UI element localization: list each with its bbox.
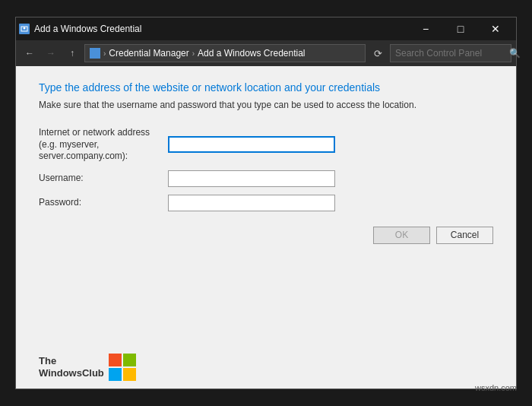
cancel-button[interactable]: Cancel [436, 227, 493, 244]
password-input[interactable] [168, 195, 335, 211]
logo-icon [109, 354, 136, 381]
username-row: Username: [39, 170, 493, 187]
main-window: Add a Windows Credential − □ ✕ ← → ↑ › C… [15, 17, 517, 389]
bottom-area: The WindowsClub [16, 328, 516, 389]
page-heading: Type the address of the website or netwo… [39, 81, 493, 94]
up-button[interactable]: ↑ [63, 44, 81, 62]
svg-rect-5 [109, 368, 122, 381]
minimize-button[interactable]: − [408, 17, 443, 40]
page-description: Make sure that the username and password… [39, 100, 493, 110]
forward-button: → [42, 44, 60, 62]
breadcrumb-bar: › Credential Manager › Add a Windows Cre… [84, 44, 366, 62]
svg-rect-3 [109, 354, 122, 366]
svg-rect-6 [123, 368, 136, 381]
title-controls: − □ ✕ [408, 17, 513, 40]
logo-text: The WindowsClub [39, 355, 104, 379]
logo-area: The WindowsClub [39, 354, 136, 381]
nav-bar: ← → ↑ › Credential Manager › Add a Windo… [16, 40, 516, 66]
maximize-button[interactable]: □ [443, 17, 478, 40]
form-area: Internet or network address(e.g. myserve… [39, 127, 493, 211]
svg-rect-4 [123, 354, 136, 366]
back-button[interactable]: ← [21, 44, 39, 62]
password-label: Password: [39, 197, 168, 209]
password-row: Password: [39, 195, 493, 211]
window-icon [19, 24, 30, 34]
ok-button: OK [373, 227, 430, 244]
watermark: wsxdn.com [475, 383, 517, 392]
title-bar-left: Add a Windows Credential [19, 24, 141, 34]
search-bar: 🔍 [390, 44, 511, 62]
username-label: Username: [39, 173, 168, 185]
address-row: Internet or network address(e.g. myserve… [39, 127, 493, 163]
breadcrumb-root[interactable]: Credential Manager [109, 48, 188, 59]
window-title: Add a Windows Credential [34, 24, 141, 34]
title-bar: Add a Windows Credential − □ ✕ [16, 17, 516, 40]
username-input[interactable] [168, 170, 335, 187]
svg-point-2 [24, 27, 26, 30]
breadcrumb-icon [90, 48, 100, 59]
search-icon: 🔍 [509, 48, 521, 59]
address-label: Internet or network address(e.g. myserve… [39, 127, 168, 163]
logo-text-line2: WindowsClub [39, 367, 104, 379]
logo-text-line1: The [39, 355, 104, 367]
breadcrumb-separator: › [103, 49, 106, 58]
content-area: Type the address of the website or netwo… [16, 66, 516, 328]
breadcrumb-separator-2: › [192, 49, 195, 58]
button-row: OK Cancel [39, 227, 493, 244]
address-input[interactable] [168, 136, 335, 153]
close-button[interactable]: ✕ [478, 17, 513, 40]
search-input[interactable] [395, 48, 509, 59]
refresh-button[interactable]: ⟳ [369, 44, 387, 62]
breadcrumb-current: Add a Windows Credential [198, 48, 305, 59]
